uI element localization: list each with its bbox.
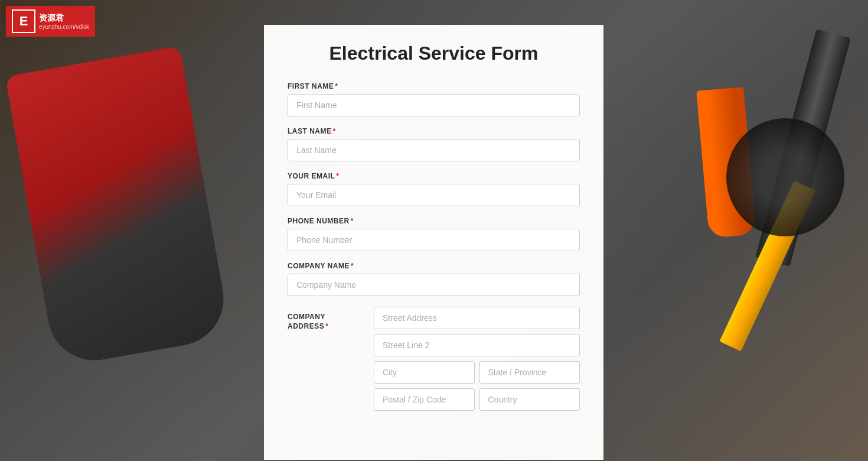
email-required: * bbox=[336, 172, 339, 180]
first-name-label: FIRST NAME* bbox=[288, 82, 580, 90]
company-address-group: COMPANY ADDRESS* bbox=[288, 307, 580, 411]
email-label: YOUR EMAIL* bbox=[288, 172, 580, 180]
company-address-fields bbox=[374, 307, 580, 411]
last-name-required: * bbox=[333, 127, 336, 135]
phone-required: * bbox=[351, 217, 354, 225]
phone-group: PHONE NUMBER* bbox=[288, 217, 580, 251]
company-address-label-col: COMPANY ADDRESS* bbox=[288, 307, 364, 411]
watermark-icon: E bbox=[12, 9, 35, 33]
company-name-required: * bbox=[351, 262, 354, 270]
last-name-label: LAST NAME* bbox=[288, 127, 580, 135]
email-group: YOUR EMAIL* bbox=[288, 172, 580, 206]
street-address-2-input[interactable] bbox=[374, 334, 580, 356]
first-name-required: * bbox=[335, 82, 338, 90]
email-input[interactable] bbox=[288, 184, 580, 206]
company-name-label: COMPANY NAME* bbox=[288, 262, 580, 270]
watermark-text: 资源君 eyunzhu.com/vdisk bbox=[39, 13, 89, 30]
street-address-input[interactable] bbox=[374, 307, 580, 329]
watermark: E 资源君 eyunzhu.com/vdisk bbox=[6, 6, 95, 37]
city-input[interactable] bbox=[374, 361, 475, 384]
watermark-brand: 资源君 bbox=[39, 13, 89, 24]
country-input[interactable] bbox=[479, 388, 580, 411]
form-title: Electrical Service Form bbox=[288, 43, 580, 64]
bg-tool-circular bbox=[726, 118, 844, 236]
company-address-label: COMPANY ADDRESS* bbox=[288, 313, 364, 331]
company-name-group: COMPANY NAME* bbox=[288, 262, 580, 296]
city-state-row bbox=[374, 361, 580, 384]
first-name-group: FIRST NAME* bbox=[288, 82, 580, 116]
watermark-url: eyunzhu.com/vdisk bbox=[39, 24, 89, 30]
state-province-input[interactable] bbox=[479, 361, 580, 384]
form-panel: Electrical Service Form FIRST NAME* LAST… bbox=[264, 25, 603, 460]
company-name-input[interactable] bbox=[288, 274, 580, 296]
first-name-input[interactable] bbox=[288, 94, 580, 116]
phone-label: PHONE NUMBER* bbox=[288, 217, 580, 225]
company-address-required: * bbox=[325, 322, 328, 330]
last-name-group: LAST NAME* bbox=[288, 127, 580, 161]
phone-input[interactable] bbox=[288, 229, 580, 251]
postal-code-input[interactable] bbox=[374, 388, 475, 411]
last-name-input[interactable] bbox=[288, 139, 580, 161]
postal-country-row bbox=[374, 388, 580, 411]
